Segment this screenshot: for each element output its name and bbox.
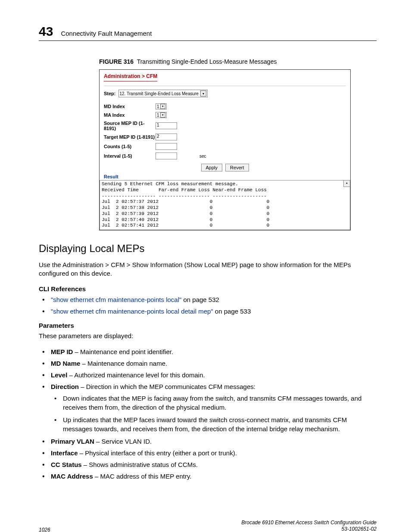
parameters-list: MEP ID – Maintenance end point identifie…: [39, 347, 377, 481]
ma-index-label: MA Index: [104, 112, 156, 118]
source-mep-input[interactable]: 1: [156, 122, 177, 129]
interval-unit: sec: [199, 154, 206, 159]
chevron-down-icon[interactable]: ▾: [200, 90, 206, 96]
figure-screenshot: Administration > CFM Step: 12. Transmit …: [99, 69, 351, 230]
chevron-down-icon[interactable]: ▾: [160, 112, 165, 118]
list-item: Primary VLAN – Service VLAN ID.: [39, 437, 377, 446]
revert-button[interactable]: Revert: [225, 164, 249, 171]
page-number: 1026: [39, 527, 50, 532]
cli-references-list: "show ethernet cfm maintenance-points lo…: [39, 295, 377, 316]
list-item: Down indicates that the MEP is facing aw…: [51, 394, 377, 412]
list-item: Up indicates that the MEP faces inward t…: [51, 415, 377, 433]
apply-button[interactable]: Apply: [201, 164, 223, 171]
list-item: CC Status – Shows administrative status …: [39, 460, 377, 469]
step-select[interactable]: 12. Transmit Single-Ended Loss Measure ▾: [118, 90, 208, 97]
parameters-intro: These parameters are displayed:: [39, 332, 377, 340]
chapter-number: 43: [39, 24, 53, 39]
list-item: MAC Address – MAC address of this MEP en…: [39, 472, 377, 481]
list-item: "show ethernet cfm maintenance-points lo…: [39, 295, 377, 304]
interval-input[interactable]: [156, 152, 177, 159]
cross-reference-link[interactable]: "show ethernet cfm maintenance-points lo…: [51, 308, 213, 315]
sub-list: Down indicates that the MEP is facing aw…: [51, 394, 377, 433]
list-item: Direction – Direction in which the MEP c…: [39, 382, 377, 433]
md-index-select[interactable]: 1 ▾: [156, 103, 167, 109]
scroll-up-icon[interactable]: ▴: [343, 180, 350, 187]
step-label: Step:: [104, 91, 116, 96]
chevron-down-icon[interactable]: ▾: [160, 104, 165, 109]
step-row: Step: 12. Transmit Single-Ended Loss Mea…: [104, 90, 346, 97]
list-item: Interface – Physical interface of this e…: [39, 448, 377, 457]
list-item: Level – Authorized maintenance level for…: [39, 370, 377, 380]
section-intro: Use the Administration > CFM > Show Info…: [39, 261, 377, 278]
list-item: "show ethernet cfm maintenance-points lo…: [39, 307, 377, 316]
figure-title: Transmitting Single-Ended Loss-Measure M…: [137, 58, 277, 65]
md-index-label: MD Index: [104, 104, 156, 109]
ma-index-select[interactable]: 1 ▾: [156, 112, 167, 118]
breadcrumb: Administration > CFM: [104, 73, 157, 81]
page-footer: 1026 Brocade 6910 Ethernet Access Switch…: [39, 520, 377, 532]
step-select-value: 12. Transmit Single-Ended Loss Measure: [120, 91, 199, 96]
list-item: MD Name – Maintenance domain name.: [39, 359, 377, 368]
result-label: Result: [104, 174, 346, 179]
list-item: MEP ID – Maintenance end point identifie…: [39, 347, 377, 356]
source-mep-label: Source MEP ID (1-8191): [104, 121, 156, 131]
figure-caption: FIGURE 316 Transmitting Single-Ended Los…: [99, 58, 377, 65]
parameters-heading: Parameters: [39, 322, 377, 329]
doc-title: Brocade 6910 Ethernet Access Switch Conf…: [241, 520, 377, 526]
target-mep-label: Target MEP ID (1-8191): [104, 134, 156, 140]
page-header: 43 Connectivity Fault Management: [39, 24, 377, 41]
chapter-title: Connectivity Fault Management: [61, 30, 152, 37]
cross-reference-link[interactable]: "show ethernet cfm maintenance-points lo…: [51, 296, 181, 303]
counts-label: Counts (1-5): [104, 144, 156, 149]
interval-label: Interval (1-5): [104, 153, 156, 159]
target-mep-input[interactable]: 2: [156, 134, 177, 140]
result-output: Sending 5 Ethernet CFM loss measurement …: [100, 180, 350, 230]
counts-input[interactable]: [156, 143, 177, 150]
cli-references-heading: CLI References: [39, 285, 377, 292]
doc-number: 53-1002651-02: [241, 526, 377, 532]
section-heading: Displaying Local MEPs: [39, 243, 377, 255]
figure-number: FIGURE 316: [99, 58, 134, 65]
